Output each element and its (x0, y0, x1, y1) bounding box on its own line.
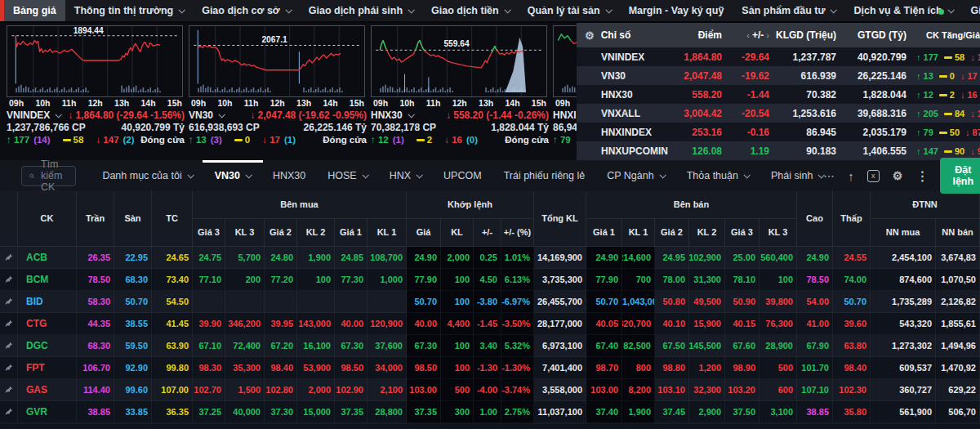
tab-upcom[interactable]: UPCOM (443, 160, 482, 191)
index-row[interactable]: VNXALL3,004.42-20.541,253.61639,688.316↑… (577, 104, 980, 123)
col-header-ban-3[interactable]: Giá 2 (655, 219, 689, 247)
ticker-cell[interactable]: DGC (18, 335, 77, 357)
tab-vn30[interactable]: VN30 (215, 160, 251, 191)
nav-item[interactable]: Quản lý tài sản (519, 0, 620, 21)
col-header-ban-4[interactable]: KL 2 (689, 219, 725, 247)
col-header-change[interactable]: ‹ +/- › (722, 29, 769, 41)
table-row-fpt[interactable]: FPT106.7092.9099.8098.3035,30098.4053,90… (0, 357, 980, 379)
pin-cell[interactable] (0, 247, 18, 269)
group-header-ben-ban[interactable]: Bên bán (586, 191, 797, 219)
tab-ph-i-sinh[interactable]: Phái sinh (771, 160, 823, 191)
more-tabs-icon[interactable]: ⋯ (823, 169, 835, 182)
nav-item[interactable]: Thông tin thị trường (65, 0, 193, 21)
ticker-cell[interactable]: GAS (18, 379, 77, 401)
pin-cell[interactable] (0, 379, 18, 401)
col-header-tran[interactable]: Trần (77, 191, 114, 247)
col-header-points[interactable]: Điểm (668, 29, 722, 41)
col-header-dtnn-2[interactable]: NN bán (936, 219, 980, 247)
nav-item[interactable]: Giao dịch tiền (422, 0, 519, 21)
col-header-mua-1[interactable]: Giá 3 (193, 219, 225, 247)
ticker-cell[interactable]: BCM (18, 269, 77, 291)
col-header-mua-2[interactable]: KL 3 (225, 219, 265, 247)
gear-icon[interactable]: ⚙ (585, 29, 595, 42)
col-header-ban-5[interactable]: Giá 3 (725, 219, 760, 247)
col-header[interactable] (0, 191, 18, 247)
ticker-cell[interactable]: ACB (18, 247, 77, 269)
col-header-cao[interactable]: Cao (797, 191, 833, 247)
col-header-khop-3[interactable]: +/- (474, 219, 501, 247)
chart-symbol-dropdown[interactable]: HNXI (553, 109, 577, 121)
pin-icon[interactable] (5, 297, 13, 306)
index-row[interactable]: VN302,047.48-19.62616.93926,225.146↑ 130… (577, 66, 980, 85)
col-header-mua-4[interactable]: KL 2 (297, 219, 335, 247)
col-header-mua-6[interactable]: KL 1 (368, 219, 407, 247)
export-excel-icon[interactable]: x (867, 170, 880, 182)
pin-cell[interactable] (0, 357, 18, 379)
upload-icon[interactable]: ↑ (848, 169, 854, 183)
pin-icon[interactable] (5, 408, 13, 416)
tab-hnx[interactable]: HNX (390, 160, 421, 191)
col-header-thap[interactable]: Thấp (833, 191, 871, 247)
pin-cell[interactable] (0, 335, 18, 357)
ticker-cell[interactable]: GVR (18, 401, 77, 423)
col-header-ck[interactable]: CK (18, 191, 77, 247)
table-row-bcm[interactable]: BCM78.5068.3073.4077.1020077.2010077.301… (0, 269, 980, 291)
ticker-cell[interactable]: FPT (18, 357, 77, 379)
col-header-tc[interactable]: TC (152, 191, 193, 247)
col-header-ban-1[interactable]: Giá 1 (586, 219, 622, 247)
table-row-gas[interactable]: GAS114.4099.60107.00102.701,500102.802,0… (0, 379, 980, 401)
ticker-cell[interactable]: CTG (18, 313, 77, 335)
col-header-khop-1[interactable]: Giá (407, 219, 441, 247)
tab-danh-m-c-c-a-t-i[interactable]: Danh mục của tôi (102, 160, 192, 191)
col-header-khop-4[interactable]: +/- (%) (501, 219, 534, 247)
tab-th-a-thu-n[interactable]: Thỏa thuận (687, 160, 749, 191)
nav-item[interactable]: Giao diện của tôi (962, 0, 980, 21)
pin-icon[interactable] (5, 364, 13, 372)
kebab-menu-icon[interactable]: ⋮ (915, 168, 929, 184)
tab-tr-i-phi-u-ri-ng-l-[interactable]: Trái phiếu riêng lẻ (504, 160, 586, 191)
nav-item[interactable]: Sản phẩm đầu tư (733, 0, 844, 21)
place-order-button[interactable]: Đặt lệnh (940, 158, 980, 194)
col-header-gtgd[interactable]: GTGD (Tỷ) (836, 29, 906, 41)
table-row-bid[interactable]: BID58.3050.7054.5050.70100-3.80-6.97%26,… (0, 291, 980, 313)
pin-icon[interactable] (5, 320, 13, 328)
group-header-ben-mua[interactable]: Bên mua (193, 191, 407, 219)
pin-cell[interactable] (0, 401, 18, 423)
pin-icon[interactable] (5, 386, 13, 394)
col-header-dtnn-1[interactable]: NN mua (871, 219, 936, 247)
index-row[interactable]: HNX30558.20-1.4470.3821,828.044↑ 122↓ 16 (577, 85, 980, 104)
nav-item[interactable]: Dịch vụ & Tiện ích (844, 0, 961, 21)
col-header-mua-5[interactable]: Giá 1 (335, 219, 368, 247)
index-row[interactable]: HNXINDEX253.16-0.1686.9452,035.179↑ 7950… (577, 123, 980, 141)
group-header-dtnn[interactable]: ĐTNN (871, 191, 980, 219)
table-row-acb[interactable]: ACB26.3522.9524.6524.755,70024.801,90024… (0, 247, 980, 269)
index-row[interactable]: VNINDEX1,864.80-29.641,237.78740,920.799… (577, 47, 980, 66)
nav-item[interactable]: Giao dịch cơ sở (193, 0, 300, 21)
pin-cell[interactable] (0, 313, 18, 335)
col-header-ban-2[interactable]: KL 1 (622, 219, 655, 247)
nav-item[interactable]: Margin - Vay ký quỹ (620, 0, 733, 21)
pin-icon[interactable] (5, 253, 13, 261)
chart-symbol-dropdown[interactable]: VN30 (189, 109, 224, 121)
tab-cp-ng-nh[interactable]: CP Ngành (607, 160, 664, 191)
pin-icon[interactable] (5, 342, 13, 350)
pin-icon[interactable] (5, 275, 13, 284)
table-row-gvr[interactable]: GVR38.8533.8536.3537.2540,00037.3015,000… (0, 401, 980, 423)
pin-cell[interactable] (0, 291, 18, 313)
tab-hose[interactable]: HOSE (327, 160, 367, 191)
chart-symbol-dropdown[interactable]: VNINDEX (7, 109, 60, 121)
table-row-ctg[interactable]: CTG44.3538.5541.4539.90346,20039.95143,0… (0, 313, 980, 335)
col-header-mua-3[interactable]: Giá 2 (265, 219, 297, 247)
tab-hnx30[interactable]: HNX30 (273, 160, 305, 191)
nav-item[interactable]: Bảng giá (4, 0, 65, 21)
pin-cell[interactable] (0, 269, 18, 291)
index-row[interactable]: HNXUPCOMINDEX126.081.1990.1831,406.555↑ … (577, 141, 980, 160)
table-row-dgc[interactable]: DGC68.3059.5063.9067.1072,40067.2016,100… (0, 335, 980, 357)
col-header-khop-2[interactable]: KL (441, 219, 474, 247)
nav-item[interactable]: Giao dịch phái sinh (300, 0, 422, 21)
search-input[interactable]: Tìm kiếm CK (21, 166, 76, 186)
gear-icon[interactable]: ⚙ (893, 169, 903, 182)
col-header-san[interactable]: Sàn (114, 191, 152, 247)
chart-symbol-dropdown[interactable]: HNX30 (371, 109, 413, 121)
ticker-cell[interactable]: BID (18, 291, 77, 313)
